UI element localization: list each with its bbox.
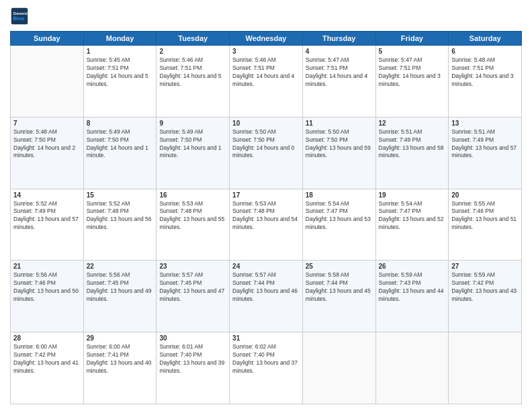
day-cell: 3Sunrise: 5:46 AMSunset: 7:51 PMDaylight… [230, 46, 303, 118]
day-number: 12 [379, 120, 446, 127]
day-cell: 18Sunrise: 5:54 AMSunset: 7:47 PMDayligh… [302, 189, 375, 261]
day-detail: Sunrise: 5:53 AMSunset: 7:48 PMDaylight:… [159, 200, 226, 232]
day-number: 22 [87, 263, 154, 270]
day-detail: Sunrise: 5:46 AMSunset: 7:51 PMDaylight:… [159, 56, 226, 89]
day-number: 2 [159, 48, 226, 55]
day-number: 27 [451, 263, 519, 270]
day-detail: Sunrise: 5:51 AMSunset: 7:49 PMDaylight:… [451, 128, 519, 161]
day-cell: 20Sunrise: 5:55 AMSunset: 7:46 PMDayligh… [449, 189, 522, 261]
day-detail: Sunrise: 6:00 AMSunset: 7:41 PMDaylight:… [87, 343, 154, 375]
day-detail: Sunrise: 5:46 AMSunset: 7:51 PMDaylight:… [232, 56, 300, 89]
day-number: 15 [87, 191, 154, 199]
day-number: 29 [87, 334, 154, 342]
day-cell: 19Sunrise: 5:54 AMSunset: 7:47 PMDayligh… [375, 189, 449, 261]
day-detail: Sunrise: 5:52 AMSunset: 7:48 PMDaylight:… [87, 200, 154, 232]
day-cell: 16Sunrise: 5:53 AMSunset: 7:48 PMDayligh… [157, 189, 230, 261]
day-detail: Sunrise: 6:02 AMSunset: 7:40 PMDaylight:… [232, 343, 300, 375]
day-number: 28 [13, 334, 81, 342]
day-detail: Sunrise: 5:54 AMSunset: 7:47 PMDaylight:… [379, 200, 446, 232]
weekday-header-monday: Monday [83, 32, 157, 46]
day-cell [11, 46, 84, 118]
day-detail: Sunrise: 5:47 AMSunset: 7:51 PMDaylight:… [306, 56, 373, 89]
svg-text:General: General [13, 11, 28, 15]
day-number: 9 [159, 120, 226, 127]
day-number: 7 [13, 120, 81, 127]
day-cell: 24Sunrise: 5:57 AMSunset: 7:44 PMDayligh… [230, 261, 303, 332]
day-cell [375, 332, 449, 404]
day-number: 21 [13, 263, 81, 270]
logo-icon: General Blue [10, 7, 29, 26]
day-cell: 28Sunrise: 6:00 AMSunset: 7:42 PMDayligh… [11, 332, 84, 404]
day-cell: 30Sunrise: 6:01 AMSunset: 7:40 PMDayligh… [157, 332, 230, 404]
weekday-header-row: SundayMondayTuesdayWednesdayThursdayFrid… [11, 32, 522, 46]
day-cell: 15Sunrise: 5:52 AMSunset: 7:48 PMDayligh… [83, 189, 157, 261]
week-row-5: 28Sunrise: 6:00 AMSunset: 7:42 PMDayligh… [11, 332, 522, 404]
day-detail: Sunrise: 5:55 AMSunset: 7:46 PMDaylight:… [451, 200, 519, 232]
day-detail: Sunrise: 5:54 AMSunset: 7:47 PMDaylight:… [306, 200, 373, 232]
day-detail: Sunrise: 5:45 AMSunset: 7:51 PMDaylight:… [87, 56, 154, 89]
day-number: 25 [306, 263, 373, 270]
day-detail: Sunrise: 5:58 AMSunset: 7:44 PMDaylight:… [306, 271, 373, 304]
day-cell: 29Sunrise: 6:00 AMSunset: 7:41 PMDayligh… [83, 332, 157, 404]
day-cell: 13Sunrise: 5:51 AMSunset: 7:49 PMDayligh… [449, 117, 522, 189]
day-detail: Sunrise: 5:51 AMSunset: 7:49 PMDaylight:… [379, 128, 446, 161]
day-number: 1 [87, 48, 154, 55]
day-number: 31 [232, 334, 300, 342]
week-row-1: 1Sunrise: 5:45 AMSunset: 7:51 PMDaylight… [11, 46, 522, 118]
header: General Blue [10, 7, 522, 26]
day-detail: Sunrise: 5:48 AMSunset: 7:50 PMDaylight:… [13, 128, 81, 161]
day-cell: 10Sunrise: 5:50 AMSunset: 7:50 PMDayligh… [230, 117, 303, 189]
day-number: 26 [379, 263, 446, 270]
day-cell [449, 332, 522, 404]
day-cell: 31Sunrise: 6:02 AMSunset: 7:40 PMDayligh… [230, 332, 303, 404]
day-number: 18 [306, 191, 373, 199]
day-cell: 23Sunrise: 5:57 AMSunset: 7:45 PMDayligh… [157, 261, 230, 332]
week-row-3: 14Sunrise: 5:52 AMSunset: 7:49 PMDayligh… [11, 189, 522, 261]
week-row-4: 21Sunrise: 5:56 AMSunset: 7:46 PMDayligh… [11, 261, 522, 332]
weekday-header-sunday: Sunday [11, 32, 84, 46]
day-cell: 4Sunrise: 5:47 AMSunset: 7:51 PMDaylight… [302, 46, 375, 118]
day-cell: 17Sunrise: 5:53 AMSunset: 7:48 PMDayligh… [230, 189, 303, 261]
week-row-2: 7Sunrise: 5:48 AMSunset: 7:50 PMDaylight… [11, 117, 522, 189]
day-cell: 1Sunrise: 5:45 AMSunset: 7:51 PMDaylight… [83, 46, 157, 118]
day-detail: Sunrise: 5:49 AMSunset: 7:50 PMDaylight:… [159, 128, 226, 161]
day-cell: 27Sunrise: 5:59 AMSunset: 7:42 PMDayligh… [449, 261, 522, 332]
day-number: 16 [159, 191, 226, 199]
day-number: 20 [451, 191, 519, 199]
day-cell: 8Sunrise: 5:49 AMSunset: 7:50 PMDaylight… [83, 117, 157, 189]
day-detail: Sunrise: 5:50 AMSunset: 7:50 PMDaylight:… [306, 128, 373, 161]
day-cell: 14Sunrise: 5:52 AMSunset: 7:49 PMDayligh… [11, 189, 84, 261]
weekday-header-wednesday: Wednesday [230, 32, 303, 46]
day-cell: 9Sunrise: 5:49 AMSunset: 7:50 PMDaylight… [157, 117, 230, 189]
day-detail: Sunrise: 5:57 AMSunset: 7:44 PMDaylight:… [232, 271, 300, 304]
day-number: 13 [451, 120, 519, 127]
day-detail: Sunrise: 5:47 AMSunset: 7:51 PMDaylight:… [379, 56, 446, 89]
day-cell: 6Sunrise: 5:48 AMSunset: 7:51 PMDaylight… [449, 46, 522, 118]
day-number: 3 [232, 48, 300, 55]
day-detail: Sunrise: 5:59 AMSunset: 7:42 PMDaylight:… [451, 271, 519, 304]
weekday-header-thursday: Thursday [302, 32, 375, 46]
day-detail: Sunrise: 5:49 AMSunset: 7:50 PMDaylight:… [87, 128, 154, 161]
day-detail: Sunrise: 5:48 AMSunset: 7:51 PMDaylight:… [451, 56, 519, 89]
day-cell: 12Sunrise: 5:51 AMSunset: 7:49 PMDayligh… [375, 117, 449, 189]
day-detail: Sunrise: 5:50 AMSunset: 7:50 PMDaylight:… [232, 128, 300, 161]
day-number: 30 [159, 334, 226, 342]
weekday-header-friday: Friday [375, 32, 449, 46]
logo: General Blue [10, 7, 32, 26]
day-cell: 2Sunrise: 5:46 AMSunset: 7:51 PMDaylight… [157, 46, 230, 118]
day-cell: 25Sunrise: 5:58 AMSunset: 7:44 PMDayligh… [302, 261, 375, 332]
day-number: 23 [159, 263, 226, 270]
day-number: 17 [232, 191, 300, 199]
day-cell: 22Sunrise: 5:56 AMSunset: 7:45 PMDayligh… [83, 261, 157, 332]
day-detail: Sunrise: 5:52 AMSunset: 7:49 PMDaylight:… [13, 200, 81, 232]
svg-text:Blue: Blue [13, 15, 25, 21]
day-detail: Sunrise: 5:59 AMSunset: 7:43 PMDaylight:… [379, 271, 446, 304]
weekday-header-tuesday: Tuesday [157, 32, 230, 46]
day-detail: Sunrise: 5:57 AMSunset: 7:45 PMDaylight:… [159, 271, 226, 304]
day-number: 19 [379, 191, 446, 199]
day-cell: 21Sunrise: 5:56 AMSunset: 7:46 PMDayligh… [11, 261, 84, 332]
day-number: 6 [451, 48, 519, 55]
day-number: 14 [13, 191, 81, 199]
day-cell: 11Sunrise: 5:50 AMSunset: 7:50 PMDayligh… [302, 117, 375, 189]
calendar-table: SundayMondayTuesdayWednesdayThursdayFrid… [10, 31, 522, 404]
